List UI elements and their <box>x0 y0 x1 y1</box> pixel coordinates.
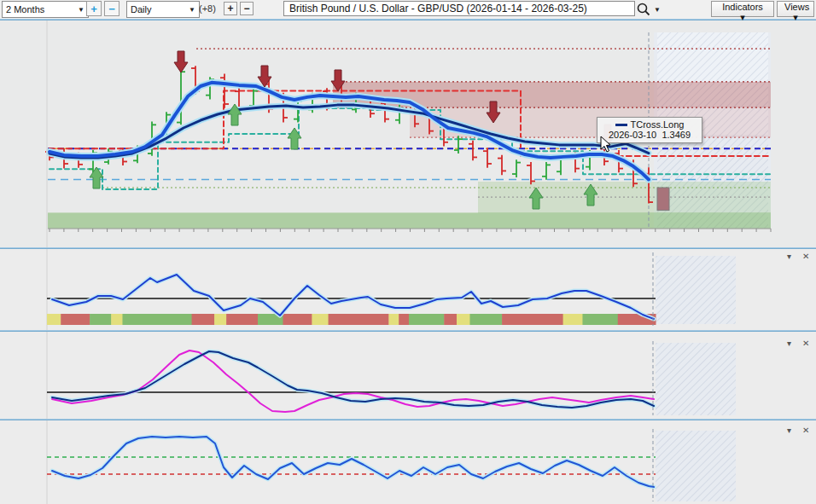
neuralx-strength-line <box>52 275 654 319</box>
neural-panel-collapse-button[interactable]: ▾ <box>787 252 791 261</box>
trading-app-window: 2 Months ▼ + − Daily ▼ (+8) + − ▼ Indica… <box>0 0 816 504</box>
neural-strip-segment <box>122 314 192 325</box>
neural-strip-segment <box>444 314 457 325</box>
diff-panel-close-button[interactable]: ✕ <box>802 339 809 348</box>
up-arrow-icon <box>288 128 301 149</box>
neural-strip-segment <box>388 314 399 325</box>
timeframe-increase-button[interactable]: + <box>86 1 102 16</box>
rsi-panel-close-button[interactable]: ✕ <box>802 426 809 435</box>
neural-strip-segment <box>563 314 583 325</box>
neural-strip-segment <box>582 314 618 325</box>
price-bar <box>542 162 551 180</box>
down-arrow-icon <box>174 51 188 72</box>
neural-strip-segment <box>214 314 227 325</box>
toolbar: 2 Months ▼ + − Daily ▼ (+8) + − ▼ Indica… <box>0 0 816 19</box>
offset-decrease-button[interactable]: − <box>240 2 254 15</box>
diff-panel-collapse-button[interactable]: ▾ <box>787 339 791 348</box>
views-button[interactable]: Views ▾ <box>777 1 814 17</box>
neural-strip-segment <box>226 314 258 325</box>
prediction-range-box <box>657 188 669 211</box>
neural-strip-segment <box>399 314 409 325</box>
neural-strip-segment <box>502 314 563 325</box>
chevron-down-icon: ▼ <box>189 6 195 14</box>
neural-strip-segment <box>329 314 389 325</box>
price-bar <box>512 159 521 177</box>
indicators-button[interactable]: Indicators ▾ <box>711 1 774 17</box>
panel-separator-3[interactable] <box>0 419 816 420</box>
support-main-zone <box>48 212 771 229</box>
interval-value: Daily <box>131 4 151 14</box>
neural-strip-segment <box>192 314 215 325</box>
mouse-cursor-icon <box>600 136 614 154</box>
symbol-title-input[interactable] <box>283 1 635 16</box>
price-bar <box>469 141 477 161</box>
price-bar <box>498 155 506 176</box>
tooltip-value: 1.3469 <box>662 130 691 140</box>
chevron-down-icon[interactable]: ▼ <box>654 6 661 14</box>
up-arrow-icon <box>90 167 103 188</box>
rsi-panel-collapse-button[interactable]: ▾ <box>787 426 791 435</box>
neural-strip-segment <box>61 314 90 325</box>
timeframe-value: 2 Months <box>6 4 44 14</box>
panel-separator-1[interactable] <box>0 247 816 249</box>
chart-graphics <box>0 0 816 504</box>
tooltip-date: 2026-03-10 <box>609 130 656 140</box>
price-bar <box>527 162 535 184</box>
neural-strip-segment <box>90 314 112 325</box>
neural-strip-segment <box>111 314 123 325</box>
neural-panel-close-button[interactable]: ✕ <box>802 252 809 261</box>
search-icon[interactable] <box>636 2 651 17</box>
neural-strip-segment <box>47 314 61 325</box>
timeframe-select[interactable]: 2 Months ▼ <box>2 1 89 18</box>
timeframe-decrease-button[interactable]: − <box>104 1 119 16</box>
offset-increase-button[interactable]: + <box>224 2 237 15</box>
neural-strip-segment <box>283 314 312 325</box>
tooltip-series-swatch-icon <box>615 124 627 126</box>
panel-separator-2[interactable] <box>0 330 816 332</box>
tooltip-series-name: TCross.Long <box>631 119 685 130</box>
neural-strip-segment <box>409 314 445 325</box>
neural-strip-segment <box>312 314 329 325</box>
price-bar <box>483 148 492 168</box>
neural-strip-segment <box>469 314 502 325</box>
bar-offset-label: (+8) <box>199 3 216 14</box>
toolbar-separator <box>0 19 816 20</box>
interval-select[interactable]: Daily ▼ <box>126 1 200 18</box>
neural-strip-segment <box>457 314 470 325</box>
chevron-down-icon: ▼ <box>78 6 85 14</box>
